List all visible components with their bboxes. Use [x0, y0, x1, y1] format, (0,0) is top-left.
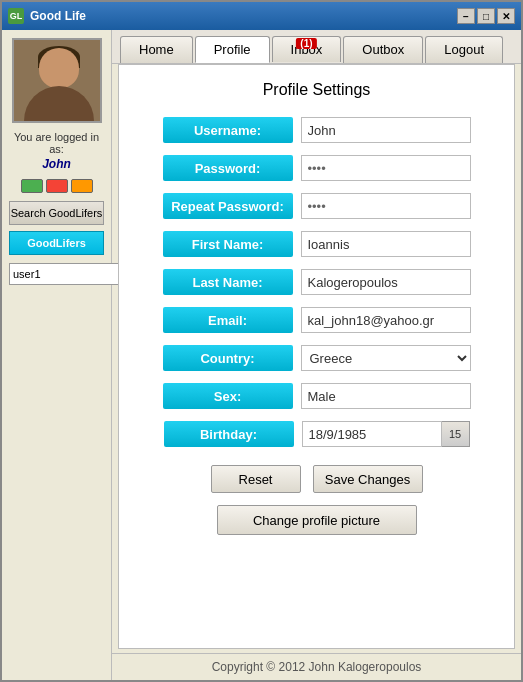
window-title: Good Life — [30, 9, 457, 23]
status-dot-orange[interactable] — [71, 179, 93, 193]
reset-button[interactable]: Reset — [211, 465, 301, 493]
first-name-row: First Name: — [139, 231, 494, 257]
logged-in-name: John — [42, 157, 71, 171]
goodlifers-button[interactable]: GoodLifers — [9, 231, 104, 255]
repeat-password-label: Repeat Password: — [163, 193, 293, 219]
country-row: Country: Greece — [139, 345, 494, 371]
footer-text: Copyright © 2012 John Kalogeropoulos — [212, 660, 422, 674]
tab-logout[interactable]: Logout — [425, 36, 503, 63]
search-row — [9, 263, 104, 285]
birthday-field[interactable] — [302, 421, 442, 447]
last-name-label: Last Name: — [163, 269, 293, 295]
logged-in-label: You are logged in as: — [8, 131, 105, 155]
page-title: Profile Settings — [139, 81, 494, 99]
country-select[interactable]: Greece — [301, 345, 471, 371]
sex-label: Sex: — [163, 383, 293, 409]
change-profile-picture-button[interactable]: Change profile picture — [217, 505, 417, 535]
calendar-button[interactable]: 15 — [442, 421, 470, 447]
tab-outbox[interactable]: Outbox — [343, 36, 423, 63]
sex-row: Sex: — [139, 383, 494, 409]
tab-inbox-wrapper: Inbox (1) — [272, 36, 342, 63]
search-goodlifers-button[interactable]: Search GoodLifers — [9, 201, 104, 225]
password-field[interactable] — [301, 155, 471, 181]
inbox-badge: (1) — [296, 38, 316, 49]
birthday-row: Birthday: 15 — [139, 421, 494, 447]
status-dots — [21, 179, 93, 193]
country-label: Country: — [163, 345, 293, 371]
action-buttons-row: Reset Save Changes — [139, 465, 494, 493]
first-name-label: First Name: — [163, 231, 293, 257]
status-dot-red[interactable] — [46, 179, 68, 193]
email-field[interactable] — [301, 307, 471, 333]
window-controls: − □ ✕ — [457, 8, 515, 24]
content-area: Profile Settings Username: Password: Rep… — [118, 64, 515, 649]
app-window: GL Good Life − □ ✕ You are logged in as:… — [0, 0, 523, 682]
status-dot-green[interactable] — [21, 179, 43, 193]
app-icon: GL — [8, 8, 24, 24]
footer: Copyright © 2012 John Kalogeropoulos — [112, 653, 521, 680]
minimize-button[interactable]: − — [457, 8, 475, 24]
close-button[interactable]: ✕ — [497, 8, 515, 24]
birthday-label: Birthday: — [164, 421, 294, 447]
email-label: Email: — [163, 307, 293, 333]
restore-button[interactable]: □ — [477, 8, 495, 24]
repeat-password-row: Repeat Password: — [139, 193, 494, 219]
last-name-row: Last Name: — [139, 269, 494, 295]
right-panel: Home Profile Inbox (1) Outbox Logout Pro… — [112, 30, 521, 680]
tab-profile[interactable]: Profile — [195, 36, 270, 63]
avatar-body — [24, 86, 94, 121]
tab-home[interactable]: Home — [120, 36, 193, 63]
username-label: Username: — [163, 117, 293, 143]
nav-bar: Home Profile Inbox (1) Outbox Logout — [112, 30, 521, 64]
avatar-face — [39, 48, 79, 88]
password-label: Password: — [163, 155, 293, 181]
password-row: Password: — [139, 155, 494, 181]
last-name-field[interactable] — [301, 269, 471, 295]
title-bar: GL Good Life − □ ✕ — [2, 2, 521, 30]
main-content: You are logged in as: John Search GoodLi… — [2, 30, 521, 680]
repeat-password-field[interactable] — [301, 193, 471, 219]
sidebar: You are logged in as: John Search GoodLi… — [2, 30, 112, 680]
email-row: Email: — [139, 307, 494, 333]
username-row: Username: — [139, 117, 494, 143]
username-field[interactable] — [301, 117, 471, 143]
avatar — [12, 38, 102, 123]
sex-field[interactable] — [301, 383, 471, 409]
first-name-field[interactable] — [301, 231, 471, 257]
save-changes-button[interactable]: Save Changes — [313, 465, 423, 493]
birthday-input-wrapper: 15 — [302, 421, 470, 447]
